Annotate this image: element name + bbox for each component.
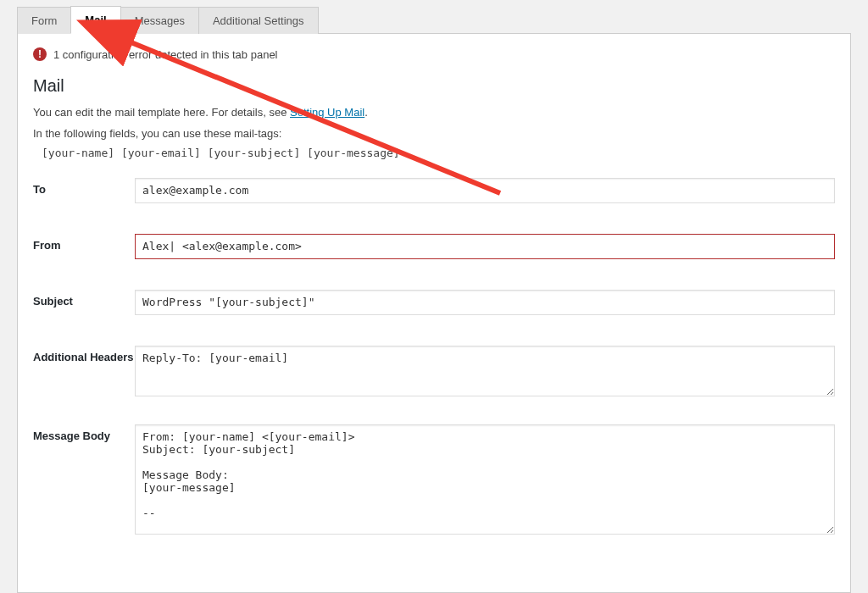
mail-tags: [your-name] [your-email] [your-subject] … xyxy=(42,147,835,159)
label-to: To xyxy=(33,178,135,196)
config-error-notice: ! 1 configuration error detected in this… xyxy=(33,47,835,61)
to-input[interactable] xyxy=(135,178,835,203)
mail-panel: ! 1 configuration error detected in this… xyxy=(17,34,851,593)
tab-additional-settings[interactable]: Additional Settings xyxy=(198,7,319,34)
section-title: Mail xyxy=(33,76,835,96)
setting-up-mail-link[interactable]: Setting Up Mail xyxy=(290,106,364,119)
from-input[interactable] xyxy=(135,234,835,259)
row-additional-headers: Additional Headers xyxy=(33,346,835,399)
config-error-text: 1 configuration error detected in this t… xyxy=(53,48,278,61)
intro-suffix: . xyxy=(364,106,368,119)
subject-input[interactable] xyxy=(135,290,835,315)
tab-messages[interactable]: Messages xyxy=(120,7,199,34)
row-to: To xyxy=(33,178,835,203)
message-body-input[interactable] xyxy=(135,424,835,535)
error-icon: ! xyxy=(33,47,47,61)
row-from: From xyxy=(33,234,835,259)
label-subject: Subject xyxy=(33,290,135,308)
intro-line-1: You can edit the mail template here. For… xyxy=(33,104,835,122)
row-subject: Subject xyxy=(33,290,835,315)
label-from: From xyxy=(33,234,135,252)
intro-prefix: You can edit the mail template here. For… xyxy=(33,106,290,119)
additional-headers-input[interactable] xyxy=(135,346,835,396)
intro-line-2: In the following fields, you can use the… xyxy=(33,125,835,143)
tab-mail[interactable]: Mail xyxy=(70,6,120,34)
tab-form[interactable]: Form xyxy=(17,7,71,34)
label-additional-headers: Additional Headers xyxy=(33,346,135,363)
label-message-body: Message Body xyxy=(33,424,135,442)
tabs-nav: Form Mail Messages Additional Settings xyxy=(17,5,851,34)
row-message-body: Message Body xyxy=(33,424,835,537)
